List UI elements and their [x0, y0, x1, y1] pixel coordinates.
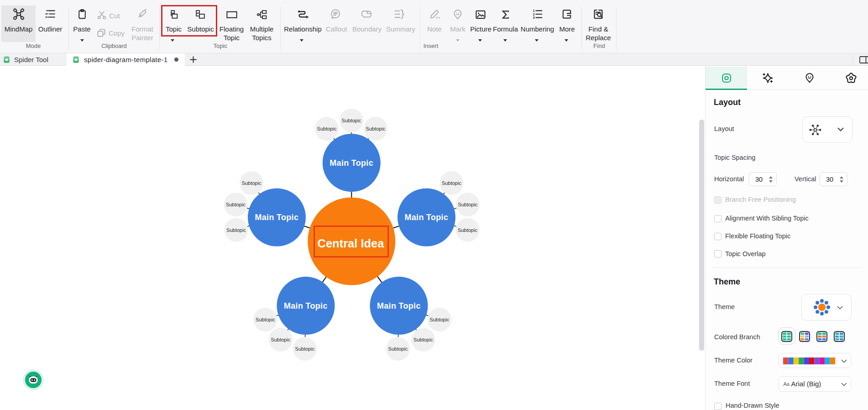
- svg-text:Subtopic: Subtopic: [430, 317, 450, 322]
- svg-text:Subtopic: Subtopic: [388, 346, 408, 352]
- svg-text:Main Topic: Main Topic: [377, 301, 421, 310]
- svg-text:Subtopic: Subtopic: [366, 126, 386, 131]
- svg-text:Subtopic: Subtopic: [226, 227, 246, 233]
- svg-text:Subtopic: Subtopic: [226, 202, 246, 207]
- svg-text:Subtopic: Subtopic: [317, 126, 337, 131]
- svg-text:Central Idea: Central Idea: [318, 237, 385, 250]
- svg-text:Main Topic: Main Topic: [255, 213, 299, 222]
- svg-text:Main Topic: Main Topic: [284, 301, 328, 310]
- svg-text:Subtopic: Subtopic: [342, 118, 361, 123]
- svg-text:Main Topic: Main Topic: [405, 213, 449, 222]
- svg-text:Subtopic: Subtopic: [413, 337, 433, 342]
- svg-text:Subtopic: Subtopic: [271, 337, 291, 342]
- svg-text:Subtopic: Subtopic: [458, 202, 478, 207]
- svg-text:Subtopic: Subtopic: [295, 346, 315, 352]
- svg-text:3: 3: [533, 16, 534, 20]
- svg-text:Subtopic: Subtopic: [256, 317, 275, 322]
- svg-text:Subtopic: Subtopic: [242, 180, 261, 186]
- svg-text:Subtopic: Subtopic: [458, 227, 477, 233]
- svg-text:Main Topic: Main Topic: [329, 158, 373, 168]
- svg-text:Subtopic: Subtopic: [442, 180, 461, 186]
